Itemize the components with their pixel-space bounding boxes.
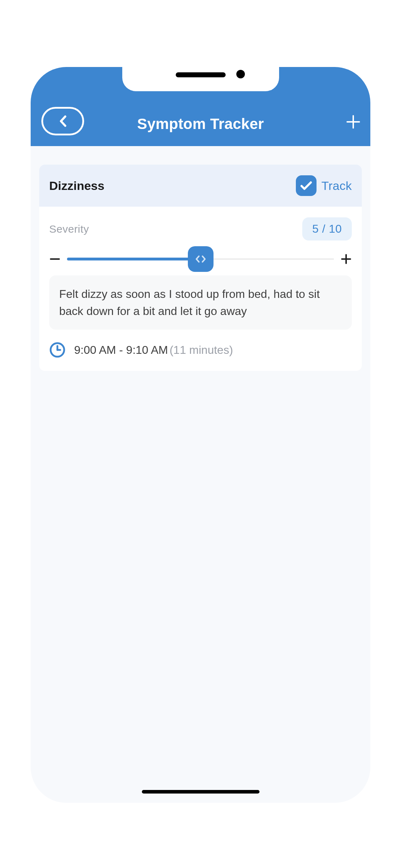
plus-icon [346,115,360,129]
decrease-button[interactable] [49,253,61,265]
slider-thumb-icon [195,255,207,263]
severity-label: Severity [49,223,89,235]
minus-icon [50,254,60,264]
symptom-card-header: Dizziness Track [39,165,362,207]
notes-box[interactable]: Felt dizzy as soon as I stood up from be… [49,275,352,330]
notes-text: Felt dizzy as soon as I stood up from be… [59,285,342,320]
time-row: 9:00 AM - 9:10 AM (11 minutes) [49,342,352,358]
slider-thumb[interactable] [188,246,214,272]
app-header: Symptom Tracker [31,67,370,146]
track-checkbox[interactable] [296,175,317,196]
plus-icon [341,254,351,264]
severity-slider[interactable] [67,257,334,261]
main-content: Dizziness Track Severity 5 / 10 [31,146,370,803]
increase-button[interactable] [340,253,352,265]
clock-icon [49,342,66,358]
severity-slider-row [49,253,352,265]
track-label: Track [322,179,352,193]
phone-frame: Symptom Tracker Dizziness Track [31,67,370,803]
time-duration: (11 minutes) [170,343,233,356]
symptom-card: Dizziness Track Severity 5 / 10 [39,165,362,371]
home-indicator [142,790,259,794]
severity-badge: 5 / 10 [302,217,352,241]
slider-fill [67,258,201,260]
symptom-card-body: Severity 5 / 10 [39,207,362,371]
symptom-name: Dizziness [49,179,104,193]
page-title: Symptom Tracker [137,115,264,133]
add-button[interactable] [346,115,360,129]
severity-row: Severity 5 / 10 [49,217,352,241]
back-button[interactable] [41,107,84,135]
time-range: 9:00 AM - 9:10 AM [74,343,168,356]
checkmark-icon [300,181,312,191]
track-toggle-group: Track [296,175,352,196]
chevron-left-icon [59,115,67,127]
